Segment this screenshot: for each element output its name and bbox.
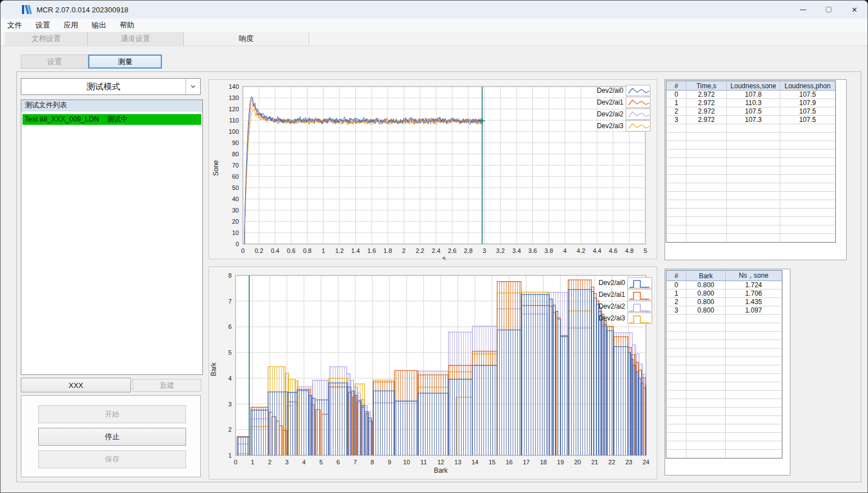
start-button[interactable]: 开始 <box>38 405 186 423</box>
menu-help[interactable]: 帮助 <box>113 19 141 32</box>
close-icon: ✕ <box>852 6 858 13</box>
app-icon <box>22 5 32 14</box>
svg-text:1: 1 <box>322 247 325 254</box>
legend-item[interactable]: Dev2/ai0 <box>587 277 652 288</box>
svg-text:15: 15 <box>489 459 495 465</box>
test-file-listbox[interactable]: 测试文件列表 Test 88_XXX_009_LDN 测试中 <box>21 99 203 375</box>
column-header: # <box>667 82 686 91</box>
svg-text:7: 7 <box>228 298 232 305</box>
svg-text:4.4: 4.4 <box>593 247 601 254</box>
bar-series-icon <box>627 313 652 324</box>
xxx-button[interactable]: XXX <box>21 378 131 392</box>
svg-text:19: 19 <box>557 459 564 465</box>
tab-document-settings[interactable]: 文档设置 <box>5 32 88 46</box>
table-empty-row <box>667 408 782 416</box>
svg-text:4: 4 <box>563 247 567 254</box>
svg-text:110: 110 <box>229 117 239 124</box>
svg-text:60: 60 <box>232 173 239 180</box>
svg-text:90: 90 <box>232 139 239 146</box>
svg-text:1.4: 1.4 <box>351 247 360 254</box>
main-content: 设置 测量 测试模式 测试文件列表 Test 88_XXX_009_LDN 测试… <box>1 46 867 493</box>
legend-item[interactable]: Dev2/ai0 <box>585 84 650 96</box>
table-row: 30.8001.097 <box>667 306 782 315</box>
table-empty-row <box>667 349 782 357</box>
menu-apply[interactable]: 应用 <box>57 19 85 32</box>
close-button[interactable]: ✕ <box>842 1 867 19</box>
minimize-button[interactable] <box>790 1 816 19</box>
subtab-settings-button[interactable]: 设置 <box>21 55 88 69</box>
table-empty-row <box>667 450 782 458</box>
svg-text:11: 11 <box>421 459 427 465</box>
svg-text:14: 14 <box>472 459 478 465</box>
legend-item[interactable]: Dev2/ai3 <box>587 312 652 324</box>
svg-text:18: 18 <box>540 459 546 465</box>
table-empty-row <box>667 441 782 450</box>
table-row: 12.972110.3107.9 <box>667 99 835 107</box>
save-button[interactable]: 保存 <box>38 450 186 468</box>
table-row: 02.972107.8107.5 <box>667 91 835 99</box>
svg-text:10: 10 <box>232 229 239 236</box>
legend-item[interactable]: Dev2/ai3 <box>585 120 650 132</box>
svg-text:Bark: Bark <box>434 467 449 474</box>
test-mode-value: 测试模式 <box>21 82 186 92</box>
new-button[interactable]: 新建 <box>133 379 201 392</box>
top-chart-ylabel: Sone <box>212 160 220 176</box>
svg-text:23: 23 <box>625 459 632 465</box>
svg-text:13: 13 <box>454 459 461 465</box>
table-empty-row <box>667 192 835 200</box>
svg-text:4.8: 4.8 <box>625 247 634 254</box>
svg-text:3.6: 3.6 <box>528 247 537 254</box>
legend-item[interactable]: Dev2/ai2 <box>587 300 652 312</box>
svg-text:30: 30 <box>232 207 239 214</box>
tab-loudness[interactable]: 响度 <box>184 32 309 46</box>
table-empty-row <box>667 200 835 209</box>
bar-series-icon <box>627 277 652 288</box>
bar-series-icon <box>627 289 652 300</box>
svg-text:1.6: 1.6 <box>367 247 376 254</box>
stop-button[interactable]: 停止 <box>38 428 186 446</box>
svg-text:2.6: 2.6 <box>448 247 456 254</box>
svg-text:40: 40 <box>232 196 239 202</box>
svg-text:21: 21 <box>591 459 598 465</box>
svg-text:0.6: 0.6 <box>287 247 295 254</box>
legend-item[interactable]: Dev2/ai1 <box>585 96 650 108</box>
svg-text:0: 0 <box>241 247 245 254</box>
table-empty-row <box>667 340 782 349</box>
svg-text:3: 3 <box>285 459 288 465</box>
maximize-icon <box>826 7 831 12</box>
table-empty-row <box>667 332 782 340</box>
svg-text:6: 6 <box>228 323 232 330</box>
bottom-chart-legend: Dev2/ai0 Dev2/ai1 Dev2/ai2 Dev2/ai3 <box>587 277 652 324</box>
chevron-down-icon[interactable] <box>186 79 200 94</box>
loudness-table-panel: #Time,sLoudness,soneLoudness,phon02.9721… <box>664 79 847 260</box>
bark-table-panel: #BarkNs，sone00.8001.72410.8001.70620.800… <box>664 269 790 476</box>
svg-text:22: 22 <box>608 459 615 465</box>
table-empty-row <box>667 141 835 150</box>
svg-text:50: 50 <box>232 184 239 191</box>
column-header: # <box>667 271 686 281</box>
svg-text:3.8: 3.8 <box>545 247 553 254</box>
menu-settings[interactable]: 设置 <box>29 19 57 32</box>
svg-text:s: s <box>442 255 446 260</box>
tab-channel-settings[interactable]: 通道设置 <box>88 32 184 46</box>
test-mode-dropdown[interactable]: 测试模式 <box>21 78 201 95</box>
test-file-item[interactable]: Test 88_XXX_009_LDN 测试中 <box>22 114 201 125</box>
svg-text:4.6: 4.6 <box>609 247 617 254</box>
menu-file[interactable]: 文件 <box>1 19 29 32</box>
legend-item[interactable]: Dev2/ai1 <box>587 288 652 300</box>
legend-item[interactable]: Dev2/ai2 <box>585 108 650 120</box>
maximize-button[interactable] <box>816 1 842 19</box>
table-row: 10.8001.706 <box>667 290 782 298</box>
svg-text:2.4: 2.4 <box>432 247 440 254</box>
svg-text:4.2: 4.2 <box>577 247 585 254</box>
line-series-icon <box>626 108 650 120</box>
subtab-measure-button[interactable]: 测量 <box>88 55 162 69</box>
table-empty-row <box>667 365 782 374</box>
svg-text:6: 6 <box>336 459 340 465</box>
table-empty-row <box>667 433 782 441</box>
menu-output[interactable]: 输出 <box>85 19 113 32</box>
svg-text:0: 0 <box>236 241 239 247</box>
svg-text:1: 1 <box>228 452 232 459</box>
table-empty-row <box>667 391 782 399</box>
table-empty-row <box>667 416 782 424</box>
